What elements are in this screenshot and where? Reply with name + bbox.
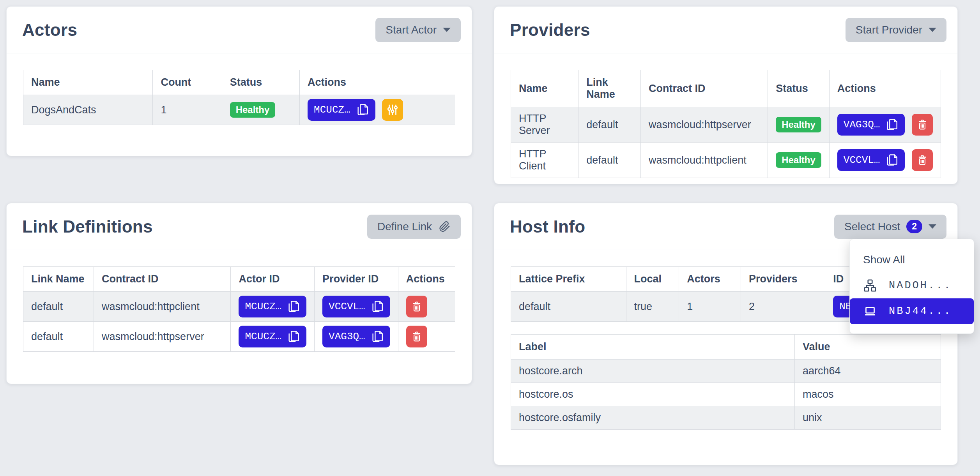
copy-icon <box>371 330 384 343</box>
page-title: Host Info <box>510 217 585 236</box>
column-header: Actors <box>679 267 741 292</box>
actor-scale-button[interactable] <box>382 99 403 121</box>
column-header: Actions <box>398 267 455 292</box>
providers-card: Providers Start Provider Name Link Name … <box>494 6 958 184</box>
provider-linkname-cell: default <box>578 143 641 178</box>
dropdown-item-label: NBJ44... <box>889 305 952 317</box>
status-badge: Healthy <box>776 117 821 132</box>
define-link-button[interactable]: Define Link <box>367 215 461 239</box>
link-name-cell: default <box>23 292 94 322</box>
column-header: Label <box>511 335 795 360</box>
caret-down-icon <box>929 224 936 229</box>
provider-id-label: VCCVL… <box>844 154 880 166</box>
column-header: Count <box>153 70 222 95</box>
provider-id-label: VCCVL… <box>329 301 365 312</box>
column-header: Name <box>23 70 153 95</box>
label-cell: hostcore.arch <box>511 360 795 383</box>
table-row: HTTP Client default wasmcloud:httpclient… <box>511 143 941 178</box>
label-cell: hostcore.os <box>511 383 795 406</box>
table-row: hostcore.os macos <box>511 383 941 406</box>
column-header: Link Name <box>578 70 641 107</box>
status-badge: Healthy <box>776 152 821 168</box>
dropdown-item-host-nbj44[interactable]: NBJ44... <box>850 298 974 324</box>
start-actor-button[interactable]: Start Actor <box>375 18 461 42</box>
trash-icon <box>410 300 423 313</box>
column-header: Contract ID <box>641 70 768 107</box>
actors-table: Name Count Status Actions DogsAndCats 1 … <box>23 70 455 125</box>
dropdown-item-show-all[interactable]: Show All <box>850 247 974 273</box>
link-definitions-card: Link Definitions Define Link Link Name C… <box>6 203 472 384</box>
table-row: hostcore.arch aarch64 <box>511 360 941 383</box>
start-provider-button-label: Start Provider <box>856 24 922 36</box>
copy-icon <box>371 300 384 313</box>
actor-id-copy-button[interactable]: MCUCZ… <box>308 99 375 121</box>
page-title: Providers <box>510 20 590 40</box>
delete-provider-button[interactable] <box>912 114 933 136</box>
trash-icon <box>916 154 929 166</box>
select-host-button-label: Select Host <box>844 220 900 233</box>
provider-id-copy-button[interactable]: VCCVL… <box>322 296 390 317</box>
provider-id-copy-button[interactable]: VAG3Q… <box>322 326 390 347</box>
contract-id-cell: wasmcloud:httpserver <box>94 322 231 352</box>
link-name-cell: default <box>23 322 94 352</box>
value-cell: aarch64 <box>794 360 941 383</box>
table-row: default wasmcloud:httpclient MCUCZ… <box>23 292 455 322</box>
column-header: Lattice Prefix <box>511 267 626 292</box>
laptop-icon <box>863 304 877 318</box>
start-actor-button-label: Start Actor <box>386 24 437 36</box>
copy-icon <box>287 330 300 343</box>
providers-table: Name Link Name Contract ID Status Action… <box>511 70 941 178</box>
trash-icon <box>410 330 423 343</box>
provider-contract-cell: wasmcloud:httpclient <box>641 143 768 178</box>
column-header: Value <box>794 335 941 360</box>
column-header: Contract ID <box>94 267 231 292</box>
delete-provider-button[interactable] <box>912 149 933 171</box>
actor-name-cell: DogsAndCats <box>23 95 153 125</box>
provider-id-copy-button[interactable]: VAG3Q… <box>837 114 905 136</box>
actor-id-label: MCUCZ… <box>245 331 281 342</box>
table-row: default wasmcloud:httpserver MCUCZ… <box>23 322 455 352</box>
linkdefs-card-header: Link Definitions Define Link <box>7 203 472 250</box>
actor-id-copy-button[interactable]: MCUCZ… <box>239 326 306 347</box>
page-title: Link Definitions <box>22 217 153 236</box>
column-header: Actions <box>300 70 455 95</box>
column-header: Status <box>222 70 299 95</box>
copy-icon <box>885 118 899 131</box>
table-row: hostcore.osfamily unix <box>511 406 941 430</box>
copy-icon <box>885 153 899 167</box>
actor-id-copy-button[interactable]: MCUCZ… <box>239 296 306 317</box>
delete-link-button[interactable] <box>406 296 427 317</box>
contract-id-cell: wasmcloud:httpclient <box>94 292 231 322</box>
delete-link-button[interactable] <box>406 326 427 347</box>
host-info-card: Host Info Select Host 2 Show All NADOH..… <box>494 203 958 465</box>
lattice-prefix-cell: default <box>511 292 626 322</box>
providers-count-cell: 2 <box>741 292 825 322</box>
column-header: Link Name <box>23 267 94 292</box>
actors-count-cell: 1 <box>679 292 741 322</box>
column-header: Local <box>626 267 679 292</box>
column-header: Status <box>768 70 830 107</box>
network-icon <box>863 279 877 293</box>
provider-id-copy-button[interactable]: VCCVL… <box>837 149 905 171</box>
start-provider-button[interactable]: Start Provider <box>846 18 946 42</box>
copy-icon <box>356 103 369 116</box>
column-header: Name <box>511 70 578 107</box>
value-cell: unix <box>794 406 941 430</box>
caret-down-icon <box>929 28 936 32</box>
status-badge: Healthy <box>230 102 276 118</box>
provider-name-cell: HTTP Server <box>511 107 578 143</box>
page-title: Actors <box>22 20 77 40</box>
value-cell: macos <box>794 383 941 406</box>
trash-icon <box>916 118 929 131</box>
table-row: HTTP Server default wasmcloud:httpserver… <box>511 107 941 143</box>
provider-name-cell: HTTP Client <box>511 143 578 178</box>
dropdown-item-label: NADOH... <box>889 280 952 291</box>
actors-card-header: Actors Start Actor <box>7 7 472 53</box>
provider-contract-cell: wasmcloud:httpserver <box>641 107 768 143</box>
link-definitions-table: Link Name Contract ID Actor ID Provider … <box>23 266 455 352</box>
select-host-button[interactable]: Select Host 2 <box>834 215 946 239</box>
label-cell: hostcore.osfamily <box>511 406 795 430</box>
actor-id-label: MCUCZ… <box>245 301 281 312</box>
column-header: Provider ID <box>315 267 398 292</box>
dropdown-item-host-nadoh[interactable]: NADOH... <box>850 273 974 298</box>
